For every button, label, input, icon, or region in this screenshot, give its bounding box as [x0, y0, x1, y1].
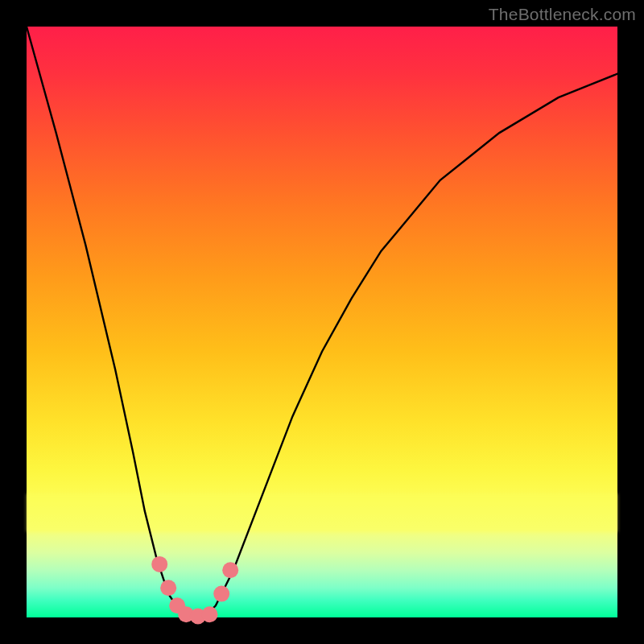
marker-dot — [202, 606, 218, 622]
marker-dot — [222, 562, 238, 578]
marker-dot — [160, 580, 176, 596]
curve-line — [27, 27, 617, 617]
watermark-text: TheBottleneck.com — [489, 5, 636, 24]
curve-markers — [151, 556, 238, 625]
marker-dot — [213, 586, 229, 602]
marker-dot — [151, 556, 167, 572]
bottleneck-chart — [27, 27, 617, 617]
